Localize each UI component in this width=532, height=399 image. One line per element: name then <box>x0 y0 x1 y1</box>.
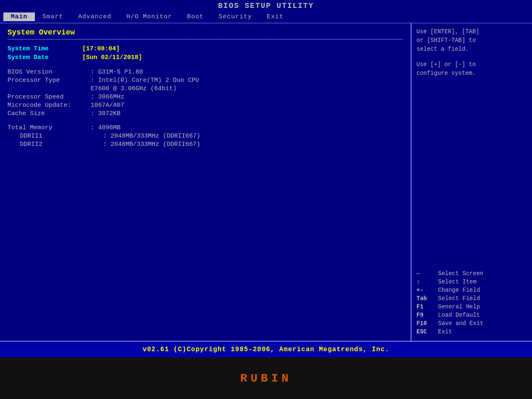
cache-size-label: Cache Size <box>7 110 91 117</box>
bios-version-value: : G31M-S P1.80 <box>91 69 143 76</box>
key-desc: General Help <box>438 303 480 310</box>
processor-type-row: Processor Type : Intel(R) Core(TM) 2 Duo… <box>7 77 403 84</box>
nav-item-boot[interactable]: Boot <box>180 12 211 21</box>
ddrii1-label: DDRII1 <box>20 133 103 140</box>
ddrii2-row: DDRII2 : 2048MB/333MHz (DDRII667) <box>20 141 403 148</box>
nav-help-line3: select a field. <box>416 45 527 54</box>
microcode-value: 1067A/A07 <box>91 102 124 109</box>
key-name: ↕ <box>416 278 438 285</box>
nav-item-hw-monitor[interactable]: H/O Monitor <box>119 12 180 21</box>
key-desc: Select Item <box>438 278 476 285</box>
processor-speed-row: Processor Speed : 3066MHz <box>7 94 403 101</box>
key-name: ESC <box>416 328 438 335</box>
key-desc: Change Field <box>438 287 480 293</box>
total-memory-label: Total Memory <box>7 124 91 131</box>
nav-item-main[interactable]: Main <box>3 12 35 21</box>
key-row: ESCExit <box>416 328 527 335</box>
key-desc: Exit <box>438 328 452 335</box>
key-name: F9 <box>416 312 438 318</box>
bios-title: BIOS SETUP UTILITY <box>218 2 314 10</box>
key-row: +-Change Field <box>416 287 527 293</box>
key-desc: Select Field <box>438 295 480 302</box>
nav-item-security[interactable]: Security <box>211 12 259 21</box>
system-time-row: System Time [17:08:04] <box>7 45 403 52</box>
key-row: F9Load Default <box>416 312 527 318</box>
key-row: ↔Select Screen <box>416 270 527 277</box>
footer-bar: v02.61 (C)Copyright 1985-2006, American … <box>0 341 532 357</box>
processor-type-cont: E7600 @ 3.06GHz (64bit) <box>91 85 403 92</box>
key-row: F10Save and Exit <box>416 320 527 327</box>
help-panel: Use [ENTER], [TAB] or [SHIFT-TAB] to sel… <box>411 23 532 341</box>
processor-type-value: : Intel(R) Core(TM) 2 Duo CPU <box>91 77 199 84</box>
change-help-line2: configure system. <box>416 69 527 78</box>
title-bar: BIOS SETUP UTILITY <box>0 0 532 11</box>
nav-help-line2: or [SHIFT-TAB] to <box>416 36 527 45</box>
nav-item-exit[interactable]: Exit <box>259 12 291 21</box>
system-date-value[interactable]: [Sun 02/11/2018] <box>82 54 142 61</box>
key-name: Tab <box>416 295 438 302</box>
ddrii2-label: DDRII2 <box>20 141 103 148</box>
key-name: F1 <box>416 303 438 310</box>
nav-help-line1: Use [ENTER], [TAB] <box>416 27 527 36</box>
total-memory-row: Total Memory : 4096MB <box>7 124 403 131</box>
content-panel: System Overview System Time [17:08:04] S… <box>0 23 411 341</box>
ddrii1-row: DDRII1 : 2048MB/333MHz (DDRII667) <box>20 133 403 140</box>
cache-size-value: : 3072KB <box>91 110 121 117</box>
system-time-value[interactable]: [17:08:04] <box>82 45 120 52</box>
footer-text: v02.61 (C)Copyright 1985-2006, American … <box>143 346 389 353</box>
change-help-line1: Use [+] or [-] to <box>416 60 527 69</box>
ddrii2-value: : 2048MB/333MHz (DDRII667) <box>103 141 200 148</box>
nav-help: Use [ENTER], [TAB] or [SHIFT-TAB] to sel… <box>416 27 527 54</box>
microcode-row: Microcode Update: 1067A/A07 <box>7 102 403 109</box>
cache-size-row: Cache Size : 3072KB <box>7 110 403 117</box>
key-name: ↔ <box>416 270 438 277</box>
total-memory-value: : 4096MB <box>91 124 121 131</box>
section-title: System Overview <box>7 28 403 39</box>
ddrii1-value: : 2048MB/333MHz (DDRII667) <box>103 133 200 140</box>
processor-speed-value: : 3066MHz <box>91 94 124 101</box>
brand-area: RUBIN <box>0 357 532 399</box>
nav-item-advanced[interactable]: Advanced <box>71 12 119 21</box>
bios-version-label: BIOS Version <box>7 69 91 76</box>
key-row: TabSelect Field <box>416 295 527 302</box>
brand-label: RUBIN <box>240 372 292 385</box>
nav-item-smart[interactable]: Smart <box>35 12 71 21</box>
key-name: +- <box>416 287 438 293</box>
microcode-label: Microcode Update: <box>7 102 91 109</box>
system-date-label: System Date <box>7 54 82 61</box>
system-time-label: System Time <box>7 45 82 52</box>
bios-version-row: BIOS Version : G31M-S P1.80 <box>7 69 403 76</box>
system-date-row: System Date [Sun 02/11/2018] <box>7 54 403 61</box>
key-reference: ↔Select Screen↕Select Item+-Change Field… <box>416 270 527 337</box>
key-desc: Select Screen <box>438 270 483 277</box>
main-area: System Overview System Time [17:08:04] S… <box>0 23 532 341</box>
key-row: ↕Select Item <box>416 278 527 285</box>
bios-screen: BIOS SETUP UTILITY Main Smart Advanced H… <box>0 0 532 341</box>
key-name: F10 <box>416 320 438 327</box>
key-row: F1General Help <box>416 303 527 310</box>
change-help: Use [+] or [-] to configure system. <box>416 60 527 78</box>
processor-speed-label: Processor Speed <box>7 94 91 101</box>
key-desc: Save and Exit <box>438 320 483 327</box>
key-desc: Load Default <box>438 312 480 318</box>
nav-menu: Main Smart Advanced H/O Monitor Boot Sec… <box>0 11 532 23</box>
processor-type-label: Processor Type <box>7 77 91 84</box>
help-divider <box>416 84 527 270</box>
